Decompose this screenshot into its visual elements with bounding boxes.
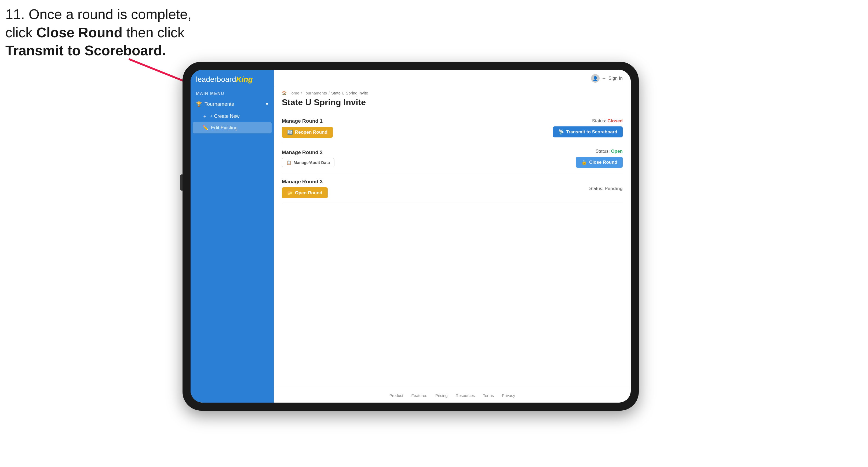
breadcrumb-sep1: / — [301, 91, 302, 95]
instruction-line2: click — [5, 25, 36, 40]
manage-audit-button[interactable]: 📋 Manage/Audit Data — [282, 158, 334, 167]
sign-in-label: → — [602, 76, 606, 81]
close-round-label: Close Round — [589, 160, 617, 165]
sidebar: leaderboardKing MAIN MENU 🏆 Tournaments … — [191, 70, 274, 403]
sign-in-button[interactable]: 👤 → Sign In — [591, 74, 623, 83]
breadcrumb-sep2: / — [329, 91, 330, 95]
create-new-label: + Create New — [210, 114, 240, 119]
round-row-1: Manage Round 1 🔄 Reopen Round Status: Cl… — [282, 113, 623, 143]
edit-existing-label: Edit Existing — [211, 125, 238, 131]
main-content: 👤 → Sign In 🏠 Home / Tournaments / State… — [274, 70, 631, 403]
sidebar-menu-label: MAIN MENU — [191, 88, 274, 98]
transmit-icon: 📡 — [558, 129, 564, 135]
round-1-left: Manage Round 1 🔄 Reopen Round — [282, 118, 333, 138]
round-row-3: Manage Round 3 📂 Open Round Status: Pend… — [282, 174, 623, 204]
instruction-bold1: Close Round — [36, 25, 123, 40]
instruction-line1: 11. Once a round is complete, — [5, 6, 192, 22]
audit-icon: 📋 — [286, 160, 291, 165]
round-1-status-value: Closed — [608, 118, 623, 123]
round-3-status-value: Pending — [605, 186, 623, 191]
page-title: State U Spring Invite — [274, 96, 631, 113]
round-3-label: Manage Round 3 — [282, 179, 328, 185]
round-1-right: Status: Closed 📡 Transmit to Scoreboard — [553, 118, 623, 137]
reopen-icon: 🔄 — [287, 129, 293, 135]
open-round-button[interactable]: 📂 Open Round — [282, 187, 328, 198]
round-3-right: Status: Pending — [589, 186, 623, 191]
top-bar: 👤 → Sign In — [274, 70, 631, 87]
footer-terms[interactable]: Terms — [483, 393, 494, 398]
sidebar-logo: leaderboardKing — [191, 70, 274, 88]
transmit-label: Transmit to Scoreboard — [566, 129, 617, 135]
footer-pricing[interactable]: Pricing — [435, 393, 448, 398]
trophy-icon: 🏆 — [196, 101, 202, 107]
footer: Product Features Pricing Resources Terms… — [274, 388, 631, 403]
breadcrumb-tournaments-link[interactable]: Tournaments — [304, 91, 327, 95]
round-2-label: Manage Round 2 — [282, 150, 334, 155]
sidebar-item-tournaments[interactable]: 🏆 Tournaments ▾ — [191, 98, 274, 110]
round-2-right: Status: Open 🔒 Close Round — [576, 149, 623, 168]
manage-audit-label: Manage/Audit Data — [293, 160, 330, 165]
edit-icon: ✏️ — [203, 125, 208, 131]
breadcrumb: 🏠 Home / Tournaments / State U Spring In… — [274, 87, 631, 96]
round-3-status: Status: Pending — [589, 186, 623, 191]
tablet-side-button — [180, 175, 183, 191]
reopen-round-button[interactable]: 🔄 Reopen Round — [282, 127, 333, 138]
round-3-left: Manage Round 3 📂 Open Round — [282, 179, 328, 198]
round-1-status: Status: Closed — [592, 118, 623, 124]
sidebar-tournaments-label: Tournaments — [205, 101, 234, 107]
sidebar-edit-existing[interactable]: ✏️ Edit Existing — [193, 122, 272, 133]
breadcrumb-current: State U Spring Invite — [331, 91, 368, 95]
sidebar-create-new[interactable]: ＋ + Create New — [191, 110, 274, 122]
footer-resources[interactable]: Resources — [456, 393, 475, 398]
reopen-round-label: Reopen Round — [295, 130, 328, 135]
open-icon: 📂 — [287, 190, 293, 196]
instruction-block: 11. Once a round is complete, click Clos… — [5, 5, 192, 60]
close-icon: 🔒 — [581, 159, 587, 165]
plus-icon: ＋ — [203, 113, 207, 119]
open-round-label: Open Round — [295, 190, 322, 196]
chevron-icon: ▾ — [266, 101, 269, 107]
tablet-frame: leaderboardKing MAIN MENU 🏆 Tournaments … — [183, 62, 639, 411]
round-2-status: Status: Open — [596, 149, 623, 154]
tablet-screen: leaderboardKing MAIN MENU 🏆 Tournaments … — [191, 70, 631, 403]
instruction-bold2: Transmit to Scoreboard. — [5, 43, 166, 58]
breadcrumb-home-link[interactable]: Home — [288, 91, 299, 95]
logo-king: King — [236, 75, 253, 84]
footer-privacy[interactable]: Privacy — [502, 393, 515, 398]
close-round-button[interactable]: 🔒 Close Round — [576, 157, 623, 168]
round-row-2: Manage Round 2 📋 Manage/Audit Data Statu… — [282, 143, 623, 174]
footer-features[interactable]: Features — [411, 393, 427, 398]
logo: leaderboardKing — [196, 76, 269, 83]
instruction-line3: then click — [122, 25, 184, 40]
rounds-area: Manage Round 1 🔄 Reopen Round Status: Cl… — [274, 113, 631, 388]
avatar: 👤 — [591, 74, 599, 83]
sign-in-text: Sign In — [609, 76, 623, 81]
footer-product[interactable]: Product — [390, 393, 403, 398]
round-2-left: Manage Round 2 📋 Manage/Audit Data — [282, 150, 334, 167]
round-2-status-value: Open — [611, 149, 623, 154]
transmit-to-scoreboard-button[interactable]: 📡 Transmit to Scoreboard — [553, 126, 623, 137]
breadcrumb-home-icon: 🏠 — [282, 90, 287, 95]
round-1-label: Manage Round 1 — [282, 118, 333, 124]
